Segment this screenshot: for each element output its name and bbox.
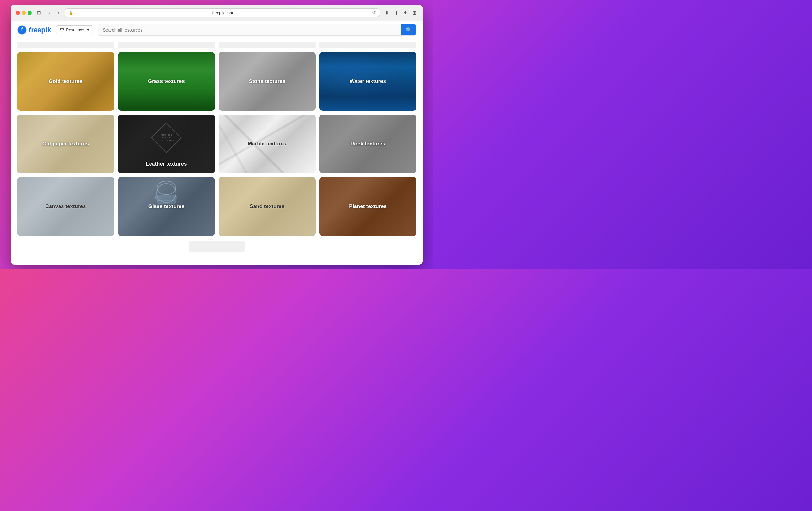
- load-more-area: [17, 241, 416, 252]
- minimize-button[interactable]: [22, 11, 26, 15]
- svg-point-2: [157, 181, 176, 195]
- logo-text: freepik: [29, 26, 51, 34]
- texture-card-gold[interactable]: Gold textures: [17, 52, 114, 111]
- reload-button[interactable]: ↺: [372, 10, 376, 15]
- grid-view-button[interactable]: ⊞: [411, 9, 417, 17]
- texture-label-sand: Sand textures: [246, 203, 288, 210]
- texture-label-marble: Marble textures: [244, 141, 290, 147]
- resources-icon: 🛡: [60, 28, 64, 32]
- search-button[interactable]: 🔍: [401, 25, 416, 35]
- texture-label-canvas: Canvas textures: [41, 203, 89, 210]
- resources-dropdown-button[interactable]: 🛡 Resources ▾: [56, 25, 93, 34]
- texture-card-leather[interactable]: YOUR LOGOMOCKUPCOULD BE HERE Leather tex…: [118, 115, 215, 173]
- texture-label-glass: Glass textures: [145, 203, 188, 210]
- texture-label-oldpaper: Old paper textures: [39, 141, 92, 147]
- top-partial-row: [17, 42, 416, 48]
- freepik-logo-icon: f: [17, 25, 27, 35]
- partial-card-4: [319, 42, 417, 48]
- svg-text:f: f: [21, 26, 23, 32]
- lock-icon: 🔒: [69, 10, 74, 15]
- address-bar[interactable]: 🔒 freepik.com ↺: [65, 8, 380, 17]
- back-button[interactable]: ‹: [47, 9, 52, 17]
- texture-label-rock: Rock textures: [347, 141, 389, 147]
- partial-card-1: [17, 42, 114, 48]
- partial-card-3: [219, 42, 316, 48]
- maximize-button[interactable]: [28, 11, 32, 15]
- texture-card-glass[interactable]: Glass textures: [118, 177, 215, 236]
- traffic-lights: [16, 11, 32, 15]
- texture-card-oldpaper[interactable]: Old paper textures: [17, 115, 114, 173]
- texture-card-marble[interactable]: Marble textures: [219, 115, 316, 173]
- glass-svg: [151, 180, 182, 205]
- svg-rect-3: [155, 196, 177, 199]
- texture-label-planet: Planet textures: [345, 203, 390, 210]
- mockup-text: YOUR LOGOMOCKUPCOULD BE HERE: [159, 134, 174, 142]
- mockup-overlay: YOUR LOGOMOCKUPCOULD BE HERE: [155, 127, 177, 149]
- title-bar: ⊡ ‹ › 🔒 freepik.com ↺ ⬇ ⬆ + ⊞: [11, 5, 423, 21]
- share-button[interactable]: ⬆: [393, 9, 400, 17]
- forward-button[interactable]: ›: [55, 9, 61, 17]
- search-input[interactable]: [103, 28, 399, 32]
- texture-card-canvas[interactable]: Canvas textures: [17, 177, 114, 236]
- resources-chevron-icon: ▾: [87, 28, 89, 32]
- url-text: freepik.com: [76, 10, 370, 15]
- sidebar-toggle-button[interactable]: ⊡: [35, 9, 43, 17]
- texture-label-grass: Grass textures: [144, 78, 188, 85]
- close-button[interactable]: [16, 11, 20, 15]
- texture-grid: Gold textures Grass textures Stone textu…: [17, 52, 416, 236]
- search-bar: 🔍: [98, 24, 416, 36]
- texture-label-leather: Leather textures: [142, 161, 191, 167]
- mockup-diamond: YOUR LOGOMOCKUPCOULD BE HERE: [151, 123, 182, 153]
- download-button[interactable]: ⬇: [383, 9, 390, 17]
- texture-label-water: Water textures: [346, 78, 390, 85]
- svg-rect-4: [157, 200, 176, 203]
- texture-card-sand[interactable]: Sand textures: [219, 177, 316, 236]
- logo-area: f freepik: [17, 25, 51, 35]
- partial-card-2: [118, 42, 215, 48]
- texture-card-rock[interactable]: Rock textures: [319, 115, 417, 173]
- texture-label-stone: Stone textures: [245, 78, 289, 85]
- texture-card-water[interactable]: Water textures: [319, 52, 417, 111]
- texture-card-grass[interactable]: Grass textures: [118, 52, 215, 111]
- browser-window: ⊡ ‹ › 🔒 freepik.com ↺ ⬇ ⬆ + ⊞ f freepik …: [11, 5, 423, 265]
- texture-label-gold: Gold textures: [45, 78, 86, 85]
- new-tab-button[interactable]: +: [403, 9, 408, 17]
- search-icon: 🔍: [406, 27, 412, 32]
- texture-card-stone[interactable]: Stone textures: [219, 52, 316, 111]
- main-content: Gold textures Grass textures Stone textu…: [11, 39, 423, 265]
- load-more-placeholder: [189, 241, 244, 252]
- app-toolbar: f freepik 🛡 Resources ▾ 🔍: [11, 21, 423, 39]
- browser-actions: ⬇ ⬆ + ⊞: [383, 9, 417, 17]
- texture-card-planet[interactable]: Planet textures: [319, 177, 417, 236]
- resources-label: Resources: [66, 28, 85, 32]
